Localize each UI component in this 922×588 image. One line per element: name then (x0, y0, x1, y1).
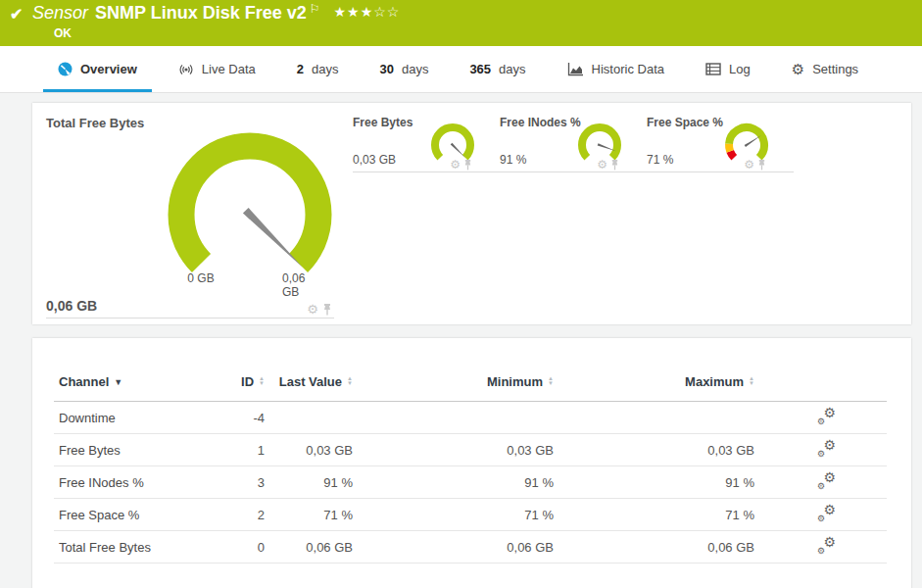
last-value: 0,06 GB (265, 531, 353, 564)
area-chart-icon (567, 62, 584, 76)
tab-number: 365 (469, 62, 491, 76)
column-header-minimum[interactable]: Minimum▲▼ (353, 373, 554, 402)
tab-30-days[interactable]: 30 days (359, 46, 449, 92)
tab-label: Overview (80, 62, 137, 76)
free-bytes-panel: Free Bytes 0,03 GB ⚙ (353, 116, 500, 172)
column-label: ID (241, 374, 254, 389)
gauge-settings-gear-icon[interactable]: ⚙ (450, 159, 461, 171)
channel-settings-icon[interactable]: ⚙⚙ (817, 408, 836, 425)
gauge-settings-gear-icon[interactable]: ⚙ (744, 159, 754, 171)
mini-gauge-value: 0,03 GB (353, 153, 396, 167)
table-row-free-inodes: Free INodes %391 %91 %91 %⚙⚙ (54, 466, 887, 499)
flag-icon[interactable]: ⚐ (310, 2, 320, 16)
tab-historic-data[interactable]: Historic Data (547, 46, 685, 92)
channel-name: Downtime (54, 402, 235, 434)
tab-settings[interactable]: ⚙ Settings (771, 46, 879, 92)
priority-stars[interactable]: ★★★☆☆ (334, 4, 401, 20)
mini-gauge-title: Free INodes % (500, 116, 647, 129)
pin-icon[interactable] (463, 159, 472, 171)
column-header-id[interactable]: ID▲▼ (235, 373, 265, 402)
maximum-value: 0,03 GB (554, 434, 754, 466)
actions-cell: ⚙⚙ (754, 531, 887, 564)
actions-cell: ⚙⚙ (754, 434, 887, 466)
live-data-icon (178, 62, 194, 77)
page-title: SNMP Linux Disk Free v2 (95, 3, 307, 23)
tab-label: Settings (812, 62, 858, 76)
last-value (265, 402, 353, 434)
mini-gauge-title: Free Bytes (353, 116, 500, 129)
minimum-value: 0,03 GB (353, 434, 554, 466)
tab-label: days (312, 62, 338, 76)
tab-365-days[interactable]: 365 days (449, 46, 546, 92)
tab-label: Live Data (202, 62, 256, 76)
channel-settings-icon[interactable]: ⚙⚙ (817, 537, 836, 555)
minimum-value (353, 402, 554, 434)
actions-cell: ⚙⚙ (754, 499, 887, 531)
channel-name: Free Space % (54, 499, 235, 531)
channel-settings-icon[interactable]: ⚙⚙ (817, 472, 836, 490)
main-gauge-svg (168, 132, 332, 275)
sort-arrows-icon: ▲▼ (749, 376, 754, 386)
maximum-value: 0,06 GB (554, 531, 754, 564)
tab-live-data[interactable]: Live Data (158, 46, 276, 92)
tab-label: Log (729, 62, 751, 76)
actions-cell: ⚙⚙ (754, 402, 887, 434)
main-gauge-value: 0,06 GB (46, 298, 97, 314)
table-row-downtime: Downtime-4⚙⚙ (54, 402, 887, 434)
gauge-settings-gear-icon[interactable]: ⚙ (597, 159, 607, 171)
tab-label: days (499, 62, 525, 76)
column-header-channel[interactable]: Channel▼ (54, 373, 235, 402)
channel-id: 2 (235, 499, 265, 531)
minimum-value: 71 % (353, 499, 554, 531)
tab-2-days[interactable]: 2 days (276, 46, 360, 92)
table-row-free-bytes: Free Bytes10,03 GB0,03 GB0,03 GB⚙⚙ (54, 434, 887, 466)
actions-cell: ⚙⚙ (754, 466, 887, 499)
minimum-value: 0,06 GB (353, 531, 554, 564)
channel-settings-icon[interactable]: ⚙⚙ (817, 505, 836, 522)
check-icon: ✔ (10, 5, 23, 24)
pin-icon[interactable] (322, 303, 332, 316)
tab-label: Historic Data (592, 62, 664, 76)
main-gauge-scale: 0 GB 0,06 GB (168, 271, 332, 287)
scale-min-label: 0 GB (187, 271, 214, 285)
tab-overview[interactable]: Overview (37, 46, 158, 92)
channel-id: -4 (235, 402, 265, 434)
gauge-icon (58, 62, 73, 76)
minimum-value: 91 % (353, 466, 554, 499)
total-free-bytes-panel: Total Free Bytes 0 GB 0,06 GB 0,06 GB ⚙ (32, 103, 340, 324)
sort-arrows-icon: ▲▼ (259, 376, 265, 386)
free-inodes-panel: Free INodes % 91 % ⚙ (500, 116, 647, 172)
main-gauge-title: Total Free Bytes (46, 116, 340, 130)
column-header-actions (754, 373, 887, 402)
sensor-status-header: ✔ SensorSNMP Linux Disk Free v2⚐★★★☆☆ OK (0, 0, 922, 46)
column-header-last-value[interactable]: Last Value▲▼ (265, 373, 353, 402)
tab-number: 2 (297, 62, 304, 76)
last-value: 91 % (265, 466, 353, 499)
log-icon (705, 63, 721, 75)
pin-icon[interactable] (610, 159, 619, 171)
channel-settings-icon[interactable]: ⚙⚙ (817, 440, 836, 458)
gauge-settings-gear-icon[interactable]: ⚙ (307, 303, 318, 316)
column-label: Channel (59, 374, 109, 389)
sensor-title-line: SensorSNMP Linux Disk Free v2⚐★★★☆☆ (32, 3, 400, 24)
column-label: Last Value (279, 374, 342, 389)
sort-arrows-icon: ▲▼ (347, 376, 353, 386)
column-label: Minimum (487, 374, 543, 389)
maximum-value (554, 402, 754, 434)
mini-gauge-title: Free Space % (647, 116, 794, 129)
mini-gauges-area: Free Bytes 0,03 GB ⚙ Free INodes % 91 % … (340, 103, 794, 324)
column-header-maximum[interactable]: Maximum▲▼ (554, 373, 754, 402)
free-space-panel: Free Space % 71 % ⚙ (647, 116, 794, 172)
pin-icon[interactable] (757, 159, 766, 171)
channel-name: Total Free Bytes (54, 531, 235, 564)
channel-name: Free Bytes (54, 434, 235, 466)
mini-gauge-value: 71 % (647, 153, 673, 167)
tab-log[interactable]: Log (685, 46, 771, 92)
gauges-card: Total Free Bytes 0 GB 0,06 GB 0,06 GB ⚙ … (32, 103, 911, 324)
table-row-free-space: Free Space %271 %71 %71 %⚙⚙ (54, 499, 887, 531)
main-gauge: 0 GB 0,06 GB (168, 132, 332, 287)
channel-id: 1 (235, 434, 265, 466)
channel-id: 0 (235, 531, 265, 564)
tab-bar: Overview Live Data 2 days 30 days 365 da… (0, 46, 922, 93)
sort-caret-icon: ▼ (114, 377, 122, 387)
